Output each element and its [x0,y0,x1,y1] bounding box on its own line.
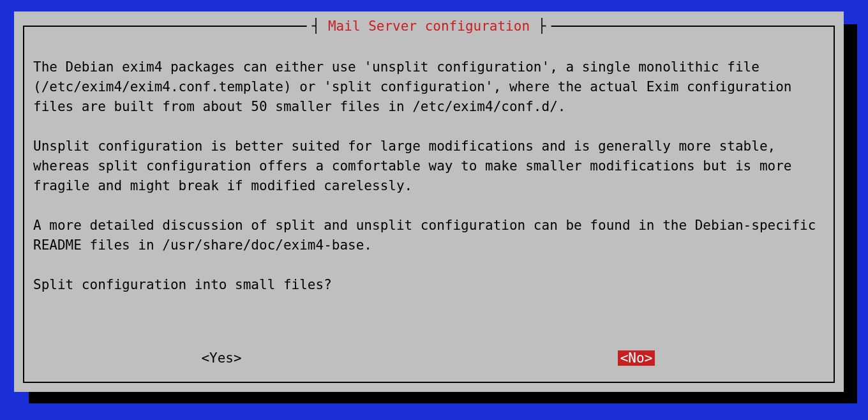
dialog-title-text: Mail Server configuration [328,19,530,34]
yes-cell: <Yes> [14,348,429,368]
dialog-buttons: <Yes> <No> [14,348,844,368]
dialog-paragraph-2: Unsplit configuration is better suited f… [33,139,800,193]
no-cell: <No> [429,348,844,368]
dialog-paragraph-1: The Debian exim4 packages can either use… [33,59,800,114]
yes-button[interactable]: <Yes> [198,350,244,366]
title-bracket-right: ├ [530,19,546,34]
mail-server-config-dialog: ┤ Mail Server configuration ├ The Debian… [14,11,844,392]
dialog-question: Split configuration into small files? [33,277,332,292]
dialog-body: The Debian exim4 packages can either use… [33,57,825,295]
no-button[interactable]: <No> [618,350,655,366]
title-bracket-left: ┤ [312,19,328,34]
dialog-paragraph-3: A more detailed discussion of split and … [33,218,824,253]
dialog-title: ┤ Mail Server configuration ├ [307,19,551,34]
